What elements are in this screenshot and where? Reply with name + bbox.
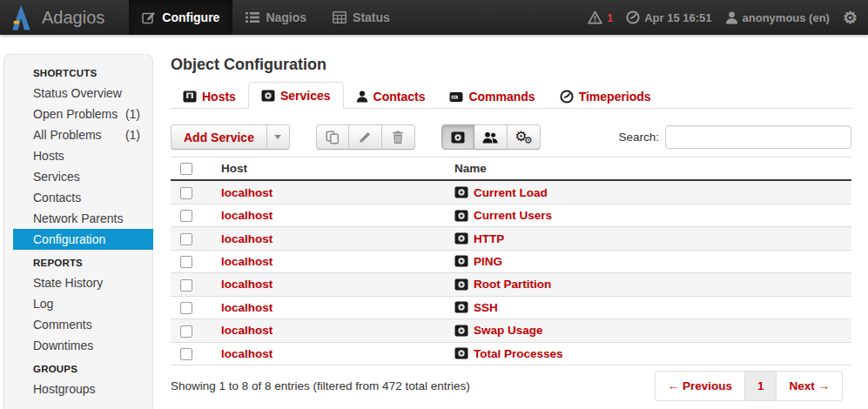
service-icon bbox=[454, 301, 468, 313]
services-table: Host Name localhost Current Load localho… bbox=[171, 157, 851, 365]
service-link[interactable]: HTTP bbox=[474, 232, 504, 245]
main-content: Object Configuration Hosts Services Cont… bbox=[153, 35, 868, 409]
service-link[interactable]: Total Processes bbox=[474, 347, 563, 360]
sidebar-item-log[interactable]: Log bbox=[4, 293, 152, 314]
object-type-tabs: Hosts Services Contacts Commands Timeper… bbox=[171, 82, 851, 109]
sidebar-item-state-history[interactable]: State History bbox=[4, 272, 152, 293]
user-menu[interactable]: anonymous (en) bbox=[725, 11, 830, 24]
nav-item-nagios[interactable]: Nagios bbox=[232, 0, 320, 35]
host-link[interactable]: localhost bbox=[221, 209, 273, 222]
host-link[interactable]: localhost bbox=[221, 324, 273, 337]
edit-button[interactable] bbox=[349, 124, 382, 150]
tab-services[interactable]: Services bbox=[248, 82, 344, 109]
service-link[interactable]: Current Users bbox=[474, 209, 552, 222]
delete-button[interactable] bbox=[382, 124, 415, 150]
table-row: localhost SSH bbox=[171, 296, 851, 318]
tab-commands[interactable]: Commands bbox=[437, 84, 547, 109]
problem-count-badge: (1) bbox=[125, 128, 140, 142]
tab-contacts[interactable]: Contacts bbox=[344, 84, 438, 109]
sidebar-item-open-problems[interactable]: Open Problems(1) bbox=[4, 104, 152, 124]
page-title: Object Configuration bbox=[171, 56, 851, 74]
row-checkbox[interactable] bbox=[180, 233, 192, 245]
service-link[interactable]: PING bbox=[474, 255, 502, 268]
sidebar-section-shortcuts: SHORTCUTS bbox=[4, 60, 152, 83]
top-navbar: Adagios Configure Nagios Status 1 Apr 15… bbox=[0, 0, 868, 35]
datetime-display: Apr 15 16:51 bbox=[626, 10, 711, 24]
nav-item-configure[interactable]: Configure bbox=[129, 0, 232, 35]
service-icon bbox=[454, 186, 468, 198]
service-icon bbox=[454, 232, 468, 245]
datetime-label: Apr 15 16:51 bbox=[644, 11, 711, 24]
table-row: localhost Root Partition bbox=[171, 273, 851, 296]
select-all-checkbox[interactable] bbox=[180, 163, 192, 175]
add-service-dropdown-toggle[interactable] bbox=[267, 124, 290, 150]
nav-item-status[interactable]: Status bbox=[320, 0, 403, 35]
service-link[interactable]: SSH bbox=[474, 301, 498, 314]
nav-item-label: Nagios bbox=[266, 10, 306, 24]
table-row: localhost Current Load bbox=[171, 180, 851, 204]
add-service-button[interactable]: Add Service bbox=[171, 124, 267, 150]
sidebar-item-all-problems[interactable]: All Problems(1) bbox=[4, 124, 152, 145]
service-icon bbox=[454, 210, 468, 222]
previous-page-button[interactable]: ← Previous bbox=[655, 371, 745, 401]
host-link[interactable]: localhost bbox=[221, 255, 273, 268]
host-icon bbox=[183, 91, 197, 103]
brand[interactable]: Adagios bbox=[0, 0, 117, 35]
table-row: localhost Total Processes bbox=[171, 342, 851, 365]
pencil-icon bbox=[358, 131, 372, 144]
warning-count: 1 bbox=[607, 11, 613, 24]
add-service-split-button: Add Service bbox=[171, 124, 290, 150]
chevron-down-icon bbox=[274, 135, 281, 139]
row-checkbox[interactable] bbox=[180, 210, 192, 222]
search-box: Search: bbox=[618, 125, 851, 149]
row-checkbox[interactable] bbox=[180, 348, 192, 360]
row-checkbox[interactable] bbox=[180, 302, 192, 314]
table-icon bbox=[333, 11, 347, 23]
settings-gear-icon[interactable]: ⚙ bbox=[843, 10, 858, 26]
search-input[interactable] bbox=[665, 125, 851, 149]
sidebar-item-contacts[interactable]: Contacts bbox=[4, 187, 152, 208]
sidebar-item-status-overview[interactable]: Status Overview bbox=[4, 83, 152, 104]
navbar-right: 1 Apr 15 16:51 anonymous (en) ⚙ bbox=[588, 0, 868, 35]
problem-count-badge: (1) bbox=[125, 107, 140, 121]
sidebar-item-network-parents[interactable]: Network Parents bbox=[4, 208, 152, 229]
host-link[interactable]: localhost bbox=[221, 232, 273, 245]
table-row: localhost PING bbox=[171, 250, 851, 272]
table-row: localhost HTTP bbox=[171, 227, 851, 250]
sidebar-item-hosts[interactable]: Hosts bbox=[4, 145, 152, 166]
host-link[interactable]: localhost bbox=[221, 301, 273, 314]
host-link[interactable]: localhost bbox=[221, 186, 273, 199]
sidebar-item-comments[interactable]: Comments bbox=[4, 314, 152, 335]
table-row: localhost Swap Usage bbox=[171, 319, 851, 342]
problems-indicator[interactable]: 1 bbox=[588, 10, 613, 24]
sidebar-section-reports: REPORTS bbox=[4, 250, 152, 272]
page-number-button[interactable]: 1 bbox=[745, 371, 777, 401]
sidebar-item-configuration[interactable]: Configuration bbox=[13, 229, 153, 250]
sidebar-item-services[interactable]: Services bbox=[4, 166, 152, 187]
tab-timeperiods[interactable]: Timeperiods bbox=[548, 84, 663, 109]
service-link[interactable]: Swap Usage bbox=[474, 324, 543, 337]
copy-button[interactable] bbox=[316, 124, 349, 150]
sidebar-item-downtimes[interactable]: Downtimes bbox=[4, 335, 152, 356]
username-label: anonymous (en) bbox=[743, 11, 830, 24]
table-footer: Showing 1 to 8 of 8 entries (filtered fr… bbox=[171, 371, 851, 401]
service-link[interactable]: Current Load bbox=[474, 186, 548, 199]
host-link[interactable]: localhost bbox=[221, 278, 273, 291]
host-link[interactable]: localhost bbox=[221, 347, 273, 360]
adagios-logo-icon bbox=[9, 4, 34, 31]
row-checkbox[interactable] bbox=[180, 325, 192, 338]
next-page-button[interactable]: Next → bbox=[777, 371, 843, 401]
service-link[interactable]: Root Partition bbox=[474, 278, 551, 291]
edit-actions-group bbox=[316, 124, 415, 150]
user-icon bbox=[725, 11, 738, 24]
row-checkbox[interactable] bbox=[180, 279, 192, 292]
services-view-button[interactable] bbox=[441, 124, 474, 150]
row-checkbox[interactable] bbox=[180, 187, 192, 199]
sidebar-item-hostgroups[interactable]: Hostgroups bbox=[4, 379, 152, 399]
row-checkbox[interactable] bbox=[180, 256, 192, 268]
settings-view-button[interactable]: ⚙⚙ bbox=[508, 124, 541, 150]
toolbar: Add Service bbox=[171, 124, 851, 150]
contacts-view-button[interactable] bbox=[474, 124, 508, 150]
tab-hosts[interactable]: Hosts bbox=[171, 84, 248, 109]
nav-item-label: Status bbox=[353, 10, 390, 24]
